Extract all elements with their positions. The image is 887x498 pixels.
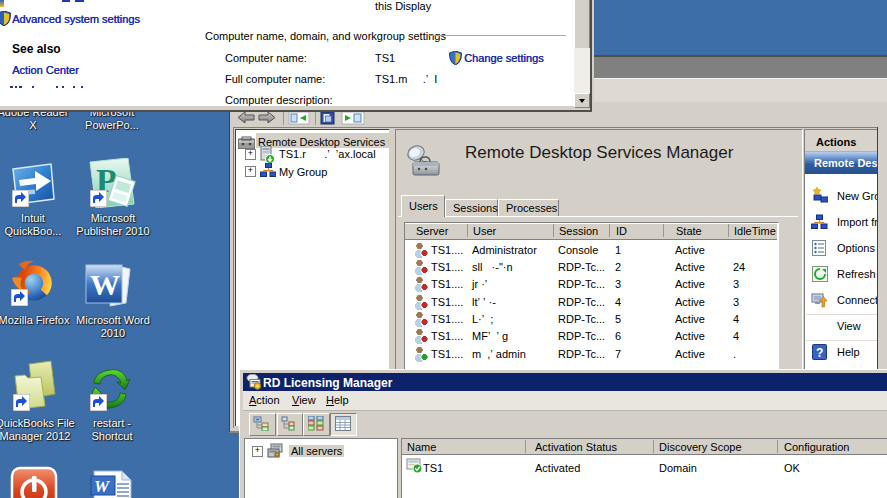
svg-text:W: W bbox=[94, 477, 111, 496]
svg-text:W: W bbox=[90, 268, 120, 301]
svg-text:?: ? bbox=[816, 346, 823, 360]
